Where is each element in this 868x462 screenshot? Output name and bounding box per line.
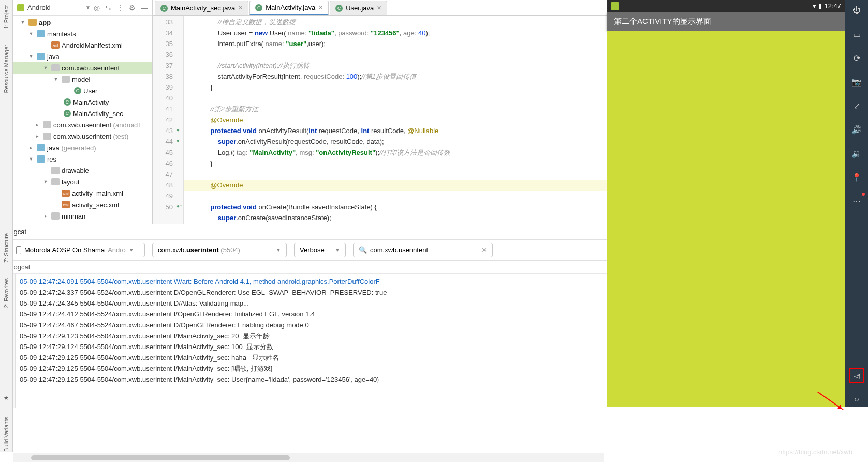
project-view-selector[interactable]: Android [27, 4, 82, 11]
left-bottom-rail: 7: Structure 2: Favorites ★ Build Varian… [0, 224, 13, 452]
folder-icon [37, 53, 45, 60]
battery-icon: ▮ [818, 2, 822, 10]
structure-tool-button[interactable]: 7: Structure [3, 233, 9, 263]
tree-item[interactable]: ▸minman [13, 210, 152, 222]
tree-label: MainActivity [73, 98, 109, 106]
gear-icon[interactable]: ⚙ [129, 4, 136, 12]
tree-label: com.xwb.userintent (test) [53, 133, 128, 140]
tree-arrow-icon[interactable]: ▸ [42, 213, 49, 219]
vdots-icon[interactable]: ⋮ [116, 4, 124, 12]
close-icon[interactable]: ✕ [238, 5, 243, 11]
tree-item[interactable]: ▼model [13, 74, 152, 85]
tree-label: activity_sec.xml [72, 201, 119, 209]
folder-icon [62, 76, 70, 83]
device-selector[interactable]: Motorola AOSP On Shama Andro ▼ [10, 243, 145, 257]
tree-item[interactable]: xmlactivity_main.xml [13, 187, 152, 199]
folder-icon [37, 144, 45, 151]
tree-item[interactable]: ▸com.xwb.userintent (test) [13, 131, 152, 142]
tree-arrow-icon[interactable]: ▼ [42, 65, 49, 70]
build-variants-button[interactable]: Build Variants [3, 417, 9, 452]
tree-item[interactable]: ▸com.xwb.userintent (androidT [13, 119, 152, 131]
left-tool-rail: 1: Project Resource Manager [0, 0, 13, 224]
project-tool-button[interactable]: 1: Project [3, 5, 9, 29]
tree-item[interactable]: ▼layout [13, 176, 152, 187]
editor-tab[interactable]: CUser.java✕ [330, 1, 387, 15]
project-tree[interactable]: ▼app▼manifestsxmlAndroidManifest.xml▼jav… [13, 16, 152, 224]
clock-text: 12:47 [824, 2, 841, 10]
folder-icon [51, 178, 60, 185]
screenshot-icon[interactable]: 📷 [849, 75, 864, 89]
folder-icon [28, 19, 37, 26]
tree-item[interactable]: xmlactivity_sec.xml [13, 199, 152, 210]
horizontal-scrollbar[interactable] [13, 453, 604, 462]
tree-item[interactable]: CMainActivity_sec [13, 108, 152, 119]
tree-arrow-icon[interactable]: ▼ [27, 31, 35, 36]
tree-label: app [39, 19, 51, 26]
volume-down-icon[interactable]: 🔉 [849, 146, 864, 161]
target-icon[interactable]: ◎ [94, 4, 100, 12]
tree-item[interactable]: ▼app [13, 17, 152, 28]
tree-label: model [72, 76, 90, 83]
log-search-input[interactable]: 🔍 ✕ [353, 243, 493, 257]
display-icon[interactable]: ▭ [849, 27, 864, 41]
power-icon[interactable]: ⏻ [849, 3, 864, 18]
clear-icon[interactable]: ✕ [481, 246, 487, 254]
tree-arrow-icon[interactable]: ▸ [27, 145, 35, 150]
tree-arrow-icon[interactable]: ▼ [19, 20, 26, 25]
folder-icon [51, 64, 60, 71]
editor-tab[interactable]: CMainActivity.java✕ [249, 1, 329, 15]
emulator-toolbar: ⏻ ▭ ⟳ 📷 ⤢ 🔊 🔉 📍 ⋯ ◅ ○ [845, 0, 868, 407]
close-icon[interactable]: ✕ [377, 5, 381, 11]
folder-icon [43, 133, 51, 140]
minimize-icon[interactable]: — [141, 4, 148, 12]
rotate-icon[interactable]: ⟳ [849, 51, 864, 65]
activity-content[interactable] [607, 31, 845, 407]
tree-item[interactable]: CMainActivity [13, 96, 152, 108]
tree-arrow-icon[interactable]: ▸ [34, 122, 41, 127]
tree-item[interactable]: ▼res [13, 153, 152, 165]
tab-label: User.java [346, 4, 374, 12]
chevron-down-icon[interactable]: ▼ [85, 5, 91, 10]
chevron-down-icon: ▼ [129, 247, 134, 253]
tree-item[interactable]: ▼java [13, 51, 152, 62]
tree-arrow-icon[interactable]: ▼ [27, 156, 35, 162]
tree-label: com.xwb.userintent (androidT [53, 121, 142, 129]
class-icon: C [64, 110, 71, 117]
tree-item[interactable]: ▼manifests [13, 28, 152, 39]
search-icon: 🔍 [359, 246, 367, 254]
signal-icon: ▾ [813, 2, 816, 10]
class-icon: C [255, 4, 262, 11]
tree-arrow-icon[interactable]: ▼ [52, 77, 60, 82]
chevron-down-icon: ▼ [276, 247, 281, 253]
tree-item[interactable]: ▸java (generated) [13, 142, 152, 153]
resource-manager-button[interactable]: Resource Manager [3, 45, 9, 93]
class-icon: C [64, 98, 71, 106]
package-selector[interactable]: com.xwb.userintent (5504) ▼ [152, 243, 287, 257]
class-icon: C [74, 87, 81, 94]
expand-icon[interactable]: ⤢ [849, 98, 864, 113]
tree-arrow-icon[interactable]: ▼ [42, 179, 49, 184]
tree-arrow-icon[interactable]: ▼ [27, 54, 35, 59]
more-icon[interactable]: ⋯ [849, 194, 864, 208]
editor-tab[interactable]: CMainActivity_sec.java✕ [155, 1, 248, 15]
tree-label: MainActivity_sec [73, 110, 123, 118]
xml-file-icon: xml [62, 201, 70, 208]
tree-item[interactable]: drawable [13, 165, 152, 176]
folder-icon [51, 212, 60, 220]
tree-item[interactable]: xmlAndroidManifest.xml [13, 39, 152, 51]
phone-icon [16, 246, 21, 254]
filter-icon[interactable]: ⇆ [105, 4, 111, 12]
log-level-selector[interactable]: Verbose▼ [294, 243, 346, 257]
close-icon[interactable]: ✕ [318, 4, 323, 11]
volume-up-icon[interactable]: 🔊 [849, 122, 864, 137]
log-search-field[interactable] [370, 246, 478, 254]
home-button[interactable]: ○ [849, 392, 864, 407]
favorites-tool-button[interactable]: 2: Favorites [3, 278, 9, 308]
back-button[interactable]: ◅ [849, 368, 864, 383]
tree-item[interactable]: CUser [13, 85, 152, 96]
tree-label: drawable [62, 167, 89, 175]
location-icon[interactable]: 📍 [849, 170, 864, 184]
tree-label: User [83, 87, 97, 95]
tree-item[interactable]: ▼com.xwb.userintent [13, 62, 152, 74]
tree-arrow-icon[interactable]: ▸ [34, 134, 41, 139]
